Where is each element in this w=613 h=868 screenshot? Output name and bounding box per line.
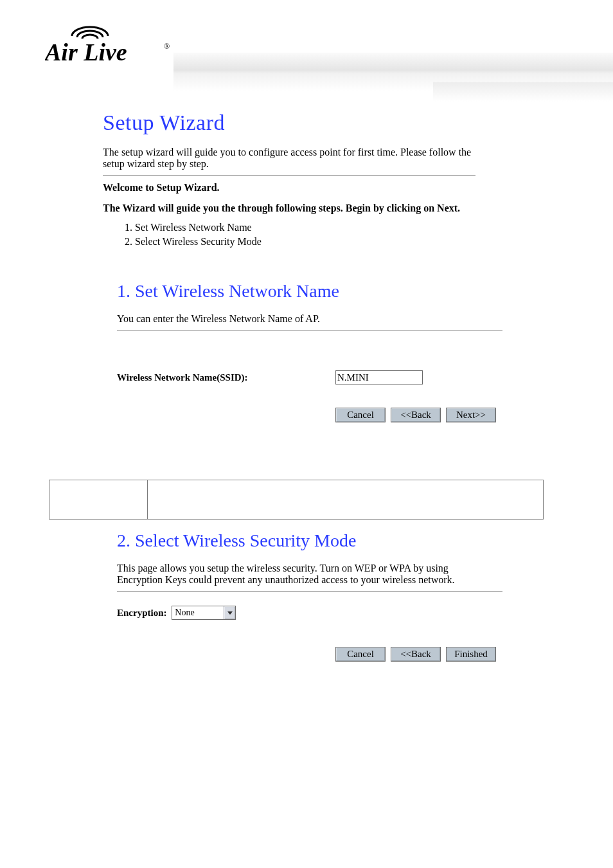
cancel-button[interactable]: Cancel xyxy=(335,408,386,422)
step1-desc: You can enter the Wireless Network Name … xyxy=(117,313,515,325)
step1-heading: 1. Set Wireless Network Name xyxy=(117,281,515,302)
ssid-label: Wireless Network Name(SSID): xyxy=(117,372,248,383)
wizard-guide: The Wizard will guide you the through fo… xyxy=(103,203,495,214)
wizard-step-item: Select Wireless Security Mode xyxy=(135,235,495,249)
step2-heading: 2. Select Wireless Security Mode xyxy=(117,530,515,551)
cancel-button[interactable]: Cancel xyxy=(335,647,386,662)
encryption-select[interactable]: None xyxy=(172,606,236,620)
divider xyxy=(117,330,502,330)
brand-logo: Air Live ® xyxy=(45,23,586,71)
divider xyxy=(103,175,475,176)
back-button[interactable]: <<Back xyxy=(391,408,441,422)
encryption-label: Encryption: xyxy=(117,608,167,619)
wizard-welcome: Welcome to Setup Wizard. xyxy=(103,182,495,194)
divider xyxy=(117,591,502,592)
page-title: Setup Wizard xyxy=(103,111,495,135)
wizard-intro: The setup wizard will guide you to confi… xyxy=(103,147,475,170)
empty-table-row xyxy=(49,480,544,520)
step2-desc: This page allows you setup the wireless … xyxy=(117,563,496,586)
svg-text:Air Live: Air Live xyxy=(45,39,127,66)
finished-button[interactable]: Finished xyxy=(446,647,496,662)
svg-text:®: ® xyxy=(164,42,170,51)
next-button[interactable]: Next>> xyxy=(446,408,496,422)
wizard-step-item: Set Wireless Network Name xyxy=(135,221,495,235)
back-button[interactable]: <<Back xyxy=(391,647,441,662)
chevron-down-icon xyxy=(224,606,235,619)
header-gradient-accent xyxy=(433,82,613,102)
encryption-select-value: None xyxy=(175,608,194,617)
ssid-input[interactable] xyxy=(335,370,423,384)
